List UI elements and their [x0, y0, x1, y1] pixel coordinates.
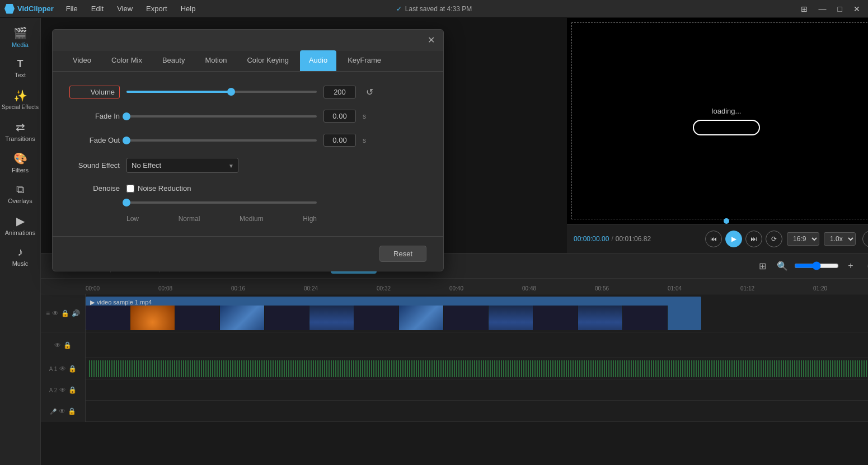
menu-view[interactable]: View [111, 3, 138, 14]
audio-wave-1 [88, 360, 868, 377]
empty-1-eye-icon[interactable]: 👁 [54, 341, 61, 349]
zoom-slider[interactable] [794, 261, 839, 270]
volume-reset-icon[interactable]: ↺ [363, 85, 376, 98]
fade-out-slider-thumb[interactable] [123, 137, 130, 144]
last-saved-text: Last saved at 4:33 PM [405, 5, 472, 13]
mic-label: 🎤 [50, 408, 57, 415]
menu-file[interactable]: File [60, 3, 83, 14]
time-separator: / [611, 235, 613, 243]
track-eye-icon[interactable]: 👁 [52, 309, 59, 317]
fade-in-slider-thumb[interactable] [123, 112, 130, 120]
zoom-out-button[interactable]: 🔍 [774, 257, 791, 274]
thumb-2 [130, 306, 175, 330]
video-track-name: video sample 1.mp4 [97, 299, 152, 306]
menu-export[interactable]: Export [140, 3, 173, 14]
text-icon: T [17, 58, 24, 70]
ruler-mark-6: 00:48 [522, 285, 595, 292]
sidebar-item-overlays[interactable]: ⧉ Overlays [0, 179, 40, 208]
modal-close-button[interactable]: ✕ [425, 34, 437, 45]
zoom-in-button[interactable]: + [842, 257, 859, 274]
modal-body: Volume ↺ Fade In [53, 72, 443, 236]
sidebar-item-transitions[interactable]: ⇄ Transitions [0, 116, 40, 145]
volume-slider-thumb[interactable] [227, 88, 235, 96]
sidebar-item-music[interactable]: ♪ Music [0, 242, 40, 271]
close-icon[interactable]: ✕ [850, 3, 864, 15]
home-icon[interactable]: ⊞ [797, 3, 811, 15]
noise-level-low: Low [126, 215, 139, 223]
video-track: ≡ 👁 🔒 🔊 ▶ video sample 1.mp4 [41, 294, 868, 332]
tab-motion[interactable]: Motion [196, 50, 236, 71]
tab-video[interactable]: Video [64, 50, 100, 71]
ruler-mark-5: 00:40 [449, 285, 522, 292]
preview-loading-text: loading... [693, 107, 760, 115]
music-icon: ♪ [17, 246, 23, 259]
main-layout: 🎬 Media T Text ✨ Special Effects ⇄ Trans… [0, 18, 868, 465]
titlebar-menu: File Edit View Export Help [60, 3, 201, 14]
overlays-icon: ⧉ [16, 183, 24, 196]
sidebar-item-text[interactable]: T Text [0, 54, 40, 83]
playback-buttons: ⏮ ▶ ⏭ ⟳ [705, 231, 782, 247]
speed-select[interactable]: 1.0x [824, 232, 856, 246]
tab-color-keying[interactable]: Color Keying [238, 50, 297, 71]
fade-out-slider[interactable] [126, 139, 317, 142]
titlebar-center: ✓ Last saved at 4:33 PM [396, 5, 472, 13]
tab-audio[interactable]: Audio [300, 50, 336, 71]
logo-icon [4, 4, 15, 14]
noise-reduction-checkbox[interactable] [126, 185, 134, 192]
audio-2-eye-icon[interactable]: 👁 [59, 386, 66, 394]
fullscreen-button[interactable]: ⤢ [862, 231, 868, 247]
audio-1-lock-icon[interactable]: 🔒 [68, 365, 77, 373]
audio-1-eye-icon[interactable]: 👁 [59, 365, 66, 373]
track-lock-icon[interactable]: 🔒 [61, 309, 69, 317]
sidebar-item-filters[interactable]: 🎨 Filters [0, 148, 40, 177]
ruler-mark-10: 01:20 [813, 285, 868, 292]
fade-in-slider[interactable] [126, 115, 317, 118]
reset-button[interactable]: Reset [379, 246, 426, 262]
ruler-mark-4: 00:32 [377, 285, 449, 292]
noise-level-thumb[interactable] [123, 199, 130, 206]
volume-input[interactable] [323, 86, 356, 98]
track-audio-icon[interactable]: 🔊 [72, 309, 80, 317]
fade-out-input[interactable] [323, 134, 356, 147]
modal-tabs: Video Color Mix Beauty Motion Color Keyi… [53, 50, 443, 72]
sidebar-label-filters: Filters [12, 167, 29, 173]
sidebar-item-special-effects[interactable]: ✨ Special Effects [0, 85, 40, 114]
tab-color-mix[interactable]: Color Mix [102, 50, 151, 71]
empty-1-lock-icon[interactable]: 🔒 [63, 341, 72, 349]
app-name: VidClipper [17, 4, 54, 13]
aspect-ratio-select[interactable]: 16:9 [787, 232, 819, 246]
menu-edit[interactable]: Edit [86, 3, 109, 14]
sidebar-label-music: Music [12, 260, 29, 267]
fade-in-input[interactable] [323, 110, 356, 123]
audio-track-1-content [86, 358, 868, 379]
sound-effect-select[interactable]: No Effect Echo Reverb Chorus [126, 158, 238, 173]
ruler-mark-8: 01:04 [668, 285, 740, 292]
minimize-icon[interactable]: — [815, 3, 830, 15]
play-pause-button[interactable]: ▶ [725, 231, 742, 247]
audio-track-2-content [86, 379, 868, 400]
grid-view-button[interactable]: ⊞ [754, 257, 771, 274]
sidebar-item-media[interactable]: 🎬 Media [0, 22, 40, 51]
mic-eye-icon[interactable]: 👁 [59, 407, 65, 415]
tab-keyframe[interactable]: KeyFrame [339, 50, 390, 71]
media-icon: 🎬 [13, 26, 27, 40]
menu-help[interactable]: Help [175, 3, 201, 14]
skip-back-button[interactable]: ⏮ [705, 231, 722, 247]
volume-slider[interactable] [126, 91, 317, 93]
loop-button[interactable]: ⟳ [766, 231, 782, 247]
tab-beauty[interactable]: Beauty [153, 50, 194, 71]
filters-icon: 🎨 [13, 152, 27, 165]
volume-row: Volume ↺ [69, 85, 426, 98]
skip-forward-button[interactable]: ⏭ [745, 231, 762, 247]
ruler-marks: 00:00 00:08 00:16 00:24 00:32 00:40 00:4… [41, 285, 868, 292]
maximize-icon[interactable]: □ [834, 3, 846, 15]
settings-icon[interactable]: ⚙ [862, 257, 868, 274]
sidebar-item-animations[interactable]: ▶ Animations [0, 210, 40, 239]
video-track-strip[interactable]: ▶ video sample 1.mp4 [86, 297, 701, 330]
current-time: 00:00:00.00 [574, 235, 609, 243]
noise-level-slider[interactable] [126, 201, 317, 204]
mic-lock-icon[interactable]: 🔒 [68, 407, 76, 415]
track-add-icon[interactable]: ≡ [46, 309, 50, 317]
audio-2-lock-icon[interactable]: 🔒 [68, 386, 77, 394]
mic-track-content [86, 401, 868, 421]
